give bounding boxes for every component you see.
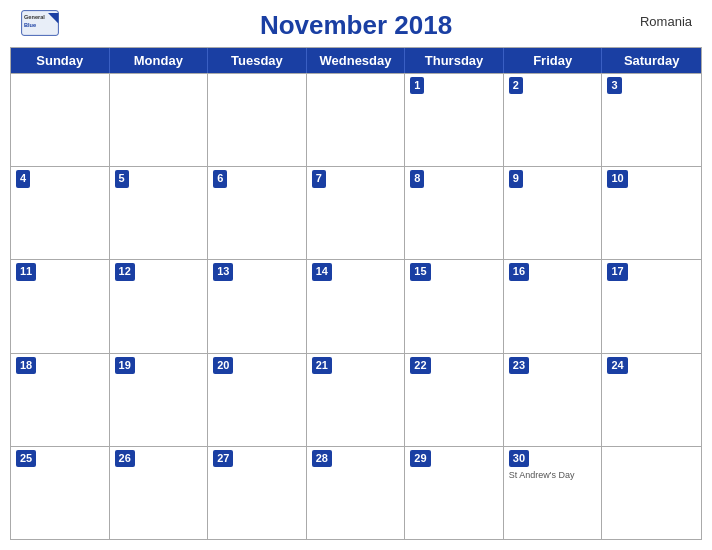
day-cell-2-4: 15 xyxy=(405,260,504,352)
svg-text:Blue: Blue xyxy=(24,22,36,28)
day-number: 6 xyxy=(213,170,227,187)
header-wednesday: Wednesday xyxy=(307,48,406,73)
day-cell-0-6: 3 xyxy=(602,74,701,166)
day-cell-3-3: 21 xyxy=(307,354,406,446)
header-thursday: Thursday xyxy=(405,48,504,73)
header: General Blue November 2018 Romania xyxy=(0,0,712,47)
day-cell-1-1: 5 xyxy=(110,167,209,259)
day-number: 10 xyxy=(607,170,627,187)
country-label: Romania xyxy=(640,14,692,29)
day-number: 21 xyxy=(312,357,332,374)
day-number: 13 xyxy=(213,263,233,280)
day-cell-2-3: 14 xyxy=(307,260,406,352)
header-tuesday: Tuesday xyxy=(208,48,307,73)
day-cell-2-5: 16 xyxy=(504,260,603,352)
day-cell-2-2: 13 xyxy=(208,260,307,352)
day-cell-0-4: 1 xyxy=(405,74,504,166)
holiday-name: St Andrew's Day xyxy=(509,470,597,481)
day-number: 23 xyxy=(509,357,529,374)
day-number: 16 xyxy=(509,263,529,280)
day-number: 29 xyxy=(410,450,430,467)
header-friday: Friday xyxy=(504,48,603,73)
day-number: 27 xyxy=(213,450,233,467)
day-cell-1-5: 9 xyxy=(504,167,603,259)
day-cell-4-5: 30St Andrew's Day xyxy=(504,447,603,539)
day-number: 8 xyxy=(410,170,424,187)
day-cell-1-3: 7 xyxy=(307,167,406,259)
day-number: 12 xyxy=(115,263,135,280)
day-cell-3-5: 23 xyxy=(504,354,603,446)
calendar-grid: Sunday Monday Tuesday Wednesday Thursday… xyxy=(10,47,702,540)
week-row-2: 45678910 xyxy=(11,166,701,259)
header-monday: Monday xyxy=(110,48,209,73)
day-number: 25 xyxy=(16,450,36,467)
day-number: 2 xyxy=(509,77,523,94)
week-row-1: 123 xyxy=(11,73,701,166)
day-number: 28 xyxy=(312,450,332,467)
day-number: 24 xyxy=(607,357,627,374)
day-cell-3-6: 24 xyxy=(602,354,701,446)
calendar-title: November 2018 xyxy=(260,10,452,41)
day-number: 17 xyxy=(607,263,627,280)
day-cell-1-4: 8 xyxy=(405,167,504,259)
day-cell-3-4: 22 xyxy=(405,354,504,446)
day-cell-4-2: 27 xyxy=(208,447,307,539)
day-number: 11 xyxy=(16,263,36,280)
day-number: 14 xyxy=(312,263,332,280)
day-cell-3-1: 19 xyxy=(110,354,209,446)
day-cell-0-2 xyxy=(208,74,307,166)
day-cell-0-5: 2 xyxy=(504,74,603,166)
week-row-3: 11121314151617 xyxy=(11,259,701,352)
day-number: 3 xyxy=(607,77,621,94)
week-row-5: 252627282930St Andrew's Day xyxy=(11,446,701,539)
day-cell-0-1 xyxy=(110,74,209,166)
day-number: 4 xyxy=(16,170,30,187)
day-number: 5 xyxy=(115,170,129,187)
day-cell-4-4: 29 xyxy=(405,447,504,539)
days-header: Sunday Monday Tuesday Wednesday Thursday… xyxy=(11,48,701,73)
day-number: 7 xyxy=(312,170,326,187)
day-cell-0-3 xyxy=(307,74,406,166)
logo: General Blue xyxy=(20,8,60,38)
day-number: 20 xyxy=(213,357,233,374)
calendar-page: General Blue November 2018 Romania Sunda… xyxy=(0,0,712,550)
day-cell-1-6: 10 xyxy=(602,167,701,259)
day-cell-4-0: 25 xyxy=(11,447,110,539)
header-sunday: Sunday xyxy=(11,48,110,73)
logo-icon: General Blue xyxy=(20,8,60,38)
day-cell-2-1: 12 xyxy=(110,260,209,352)
day-cell-0-0 xyxy=(11,74,110,166)
day-number: 1 xyxy=(410,77,424,94)
day-number: 19 xyxy=(115,357,135,374)
day-cell-4-3: 28 xyxy=(307,447,406,539)
day-cell-3-0: 18 xyxy=(11,354,110,446)
day-cell-2-0: 11 xyxy=(11,260,110,352)
day-cell-3-2: 20 xyxy=(208,354,307,446)
day-number: 18 xyxy=(16,357,36,374)
day-cell-4-6 xyxy=(602,447,701,539)
day-number: 26 xyxy=(115,450,135,467)
day-cell-1-0: 4 xyxy=(11,167,110,259)
day-number: 15 xyxy=(410,263,430,280)
day-cell-1-2: 6 xyxy=(208,167,307,259)
svg-text:General: General xyxy=(24,14,45,20)
day-number: 9 xyxy=(509,170,523,187)
header-saturday: Saturday xyxy=(602,48,701,73)
day-number: 22 xyxy=(410,357,430,374)
day-number: 30 xyxy=(509,450,529,467)
week-row-4: 18192021222324 xyxy=(11,353,701,446)
weeks-container: 1234567891011121314151617181920212223242… xyxy=(11,73,701,539)
day-cell-2-6: 17 xyxy=(602,260,701,352)
day-cell-4-1: 26 xyxy=(110,447,209,539)
